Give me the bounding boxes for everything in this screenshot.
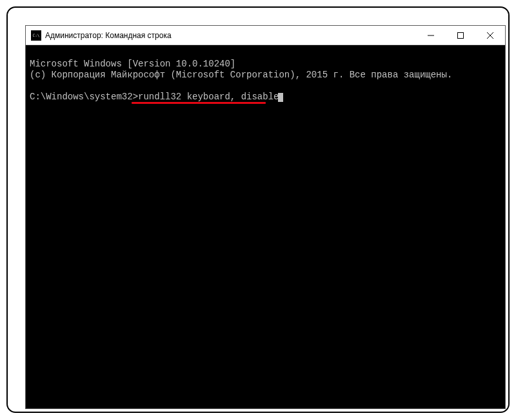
- console-area[interactable]: Microsoft Windows [Version 10.0.10240] (…: [26, 45, 505, 408]
- cmd-icon: [31, 30, 41, 41]
- typed-command: rundll32 keyboard, disable: [138, 92, 279, 102]
- maximize-icon: [457, 32, 464, 39]
- maximize-button[interactable]: [446, 26, 475, 45]
- console-line: Microsoft Windows [Version 10.0.10240]: [30, 59, 235, 69]
- prompt: C:\Windows\system32>: [30, 92, 138, 102]
- window-title: Администратор: Командная строка: [45, 31, 416, 40]
- window-controls: [416, 26, 505, 45]
- minimize-button[interactable]: [416, 26, 446, 45]
- close-button[interactable]: [475, 26, 505, 45]
- annotation-underline: [132, 102, 266, 104]
- svg-rect-1: [458, 32, 464, 38]
- close-icon: [487, 32, 493, 39]
- cmd-window: Администратор: Командная строка Microsof…: [25, 25, 506, 409]
- console-line: (с) Корпорация Майкрософт (Microsoft Cor…: [30, 70, 452, 80]
- cursor: [278, 93, 283, 102]
- prompt-line: C:\Windows\system32>rundll32 keyboard, d…: [30, 92, 283, 103]
- screenshot-frame: Администратор: Командная строка Microsof…: [6, 6, 510, 413]
- titlebar[interactable]: Администратор: Командная строка: [26, 26, 505, 45]
- minimize-icon: [428, 32, 434, 39]
